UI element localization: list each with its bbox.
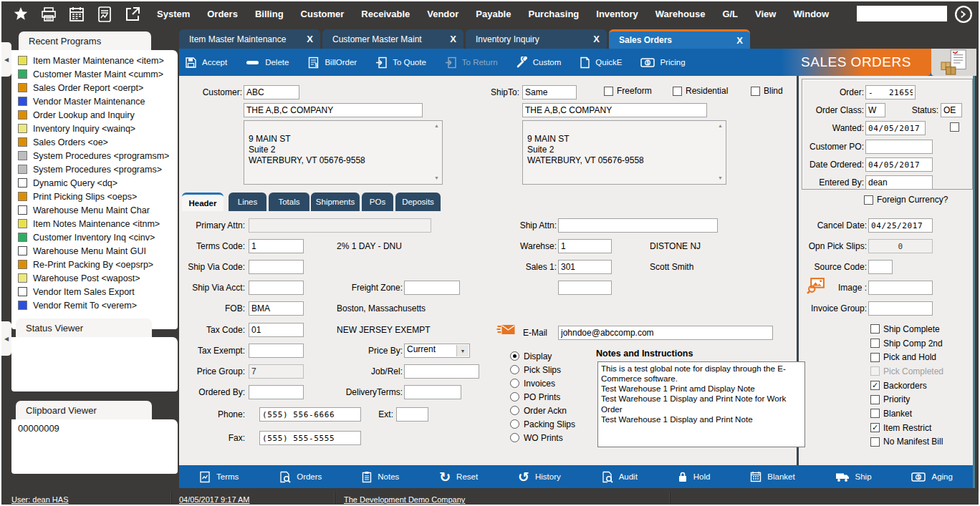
checkbox-item-restrict[interactable]: ✓Item Restrict bbox=[870, 421, 943, 435]
scroll-down-icon[interactable]: ▼ bbox=[434, 175, 439, 182]
sidebar-item-vendor-item-sales-export[interactable]: Vendor Item Sales Export bbox=[11, 285, 178, 298]
radio-packing-slips[interactable]: Packing Slips bbox=[510, 417, 575, 431]
menu-purchasing[interactable]: Purchasing bbox=[528, 9, 579, 19]
checkbox-ship-complete[interactable]: Ship Complete bbox=[870, 322, 943, 336]
residential-checkbox[interactable]: Residential bbox=[673, 86, 728, 96]
checkbox-blanket[interactable]: Blanket bbox=[870, 407, 943, 421]
menu-customer[interactable]: Customer bbox=[301, 9, 345, 19]
sidebar-item-re-print-packing-by[interactable]: Re-Print Packing By <oepsrp> bbox=[11, 258, 178, 271]
clipboard-viewer-header[interactable]: Clipboard Viewer bbox=[16, 401, 152, 419]
ordered-by-field[interactable] bbox=[249, 385, 304, 399]
checkbox-priority[interactable]: Priority bbox=[870, 392, 943, 407]
menu-window[interactable]: Window bbox=[793, 9, 829, 19]
shipto-code-field[interactable] bbox=[522, 85, 577, 99]
print-icon[interactable] bbox=[40, 6, 57, 23]
tab-shipments[interactable]: Shipments bbox=[311, 193, 360, 211]
tax-exempt-field[interactable] bbox=[249, 344, 304, 358]
order-class-field[interactable] bbox=[865, 103, 885, 117]
checkbox-pick-and-hold[interactable]: Pick and Hold bbox=[870, 350, 943, 364]
sidebar-item-print-picking-slips[interactable]: Print Picking Slips <oeps> bbox=[11, 190, 178, 203]
ship-via-acct-field[interactable] bbox=[249, 281, 304, 295]
price-group-field[interactable] bbox=[249, 364, 304, 379]
menu-view[interactable]: View bbox=[755, 9, 776, 19]
menu-orders[interactable]: Orders bbox=[207, 9, 238, 19]
sidebar-item-vendor-remit-to[interactable]: Vendor Remit To <verem> bbox=[11, 298, 178, 312]
email-field[interactable] bbox=[558, 326, 773, 340]
scroll-up-icon[interactable]: ▲ bbox=[718, 123, 723, 130]
menu-g-l[interactable]: G/L bbox=[722, 9, 738, 19]
menu-system[interactable]: System bbox=[157, 9, 190, 19]
order-status-field[interactable] bbox=[941, 103, 962, 117]
close-icon[interactable]: X bbox=[736, 35, 743, 46]
shipto-address-box[interactable]: 9 MAIN ST Suite 2 WATERBURY, VT 05676-95… bbox=[522, 120, 726, 185]
sidebar-item-warehouse-post[interactable]: Warehouse Post <wapost> bbox=[11, 271, 178, 285]
scroll-up-icon[interactable]: ▲ bbox=[434, 123, 439, 130]
sidebar-item-item-master-maintenance[interactable]: Item Master Maintenance <item> bbox=[11, 54, 178, 67]
collapse-status-button[interactable]: ◀ bbox=[1, 321, 11, 356]
go-circle-icon[interactable] bbox=[954, 5, 973, 24]
checkbox-ship-comp-2nd[interactable]: Ship Comp 2nd bbox=[870, 336, 943, 351]
terms-button[interactable]: Terms bbox=[199, 471, 239, 483]
pricing-button[interactable]: $Pricing bbox=[640, 57, 685, 68]
sales1-field[interactable] bbox=[558, 260, 612, 274]
checkbox-no-manifest-bill[interactable]: No Manifest Bill bbox=[870, 435, 943, 449]
delete-button[interactable]: Delete bbox=[246, 57, 289, 69]
tab-totals[interactable]: Totals bbox=[269, 193, 309, 211]
report-icon[interactable] bbox=[96, 6, 113, 23]
phone-field[interactable] bbox=[259, 407, 361, 422]
customer-address-box[interactable]: 9 MAIN ST Suite 2 WATERBURY, VT 05676-95… bbox=[244, 120, 443, 185]
audit-button[interactable]: Audit bbox=[601, 471, 638, 483]
menu-billing[interactable]: Billing bbox=[255, 9, 284, 19]
datetime-link[interactable]: 04/05/2017 9:17 AM bbox=[179, 495, 249, 504]
company-link[interactable]: The Development Demo Company bbox=[344, 495, 465, 504]
tab-pos[interactable]: POs bbox=[362, 193, 393, 211]
checkbox-backorders[interactable]: ✓Backorders bbox=[870, 379, 943, 393]
radio-po-prints[interactable]: PO Prints bbox=[510, 390, 575, 404]
sidebar-item-dynamic-query[interactable]: Dynamic Query <dq> bbox=[11, 176, 178, 190]
billorder-button[interactable]: $BillOrder bbox=[307, 57, 357, 69]
sidebar-item-warehouse-menu-maint-char[interactable]: Warehouse Menu Maint Char bbox=[11, 203, 178, 217]
freeform-checkbox[interactable]: Freeform bbox=[604, 86, 652, 96]
customer-name-field[interactable] bbox=[244, 103, 423, 117]
fob-field[interactable] bbox=[249, 301, 304, 316]
delivery-terms-field[interactable] bbox=[404, 385, 461, 399]
ship-attn-field[interactable] bbox=[558, 218, 718, 233]
freight-zone-field[interactable] bbox=[404, 281, 460, 295]
orders-button[interactable]: Orders bbox=[279, 471, 322, 483]
primary-attn-field[interactable] bbox=[249, 218, 431, 233]
date-ordered-field[interactable] bbox=[865, 157, 933, 172]
blind-checkbox[interactable]: Blind bbox=[751, 86, 783, 96]
close-icon[interactable]: X bbox=[593, 34, 600, 44]
tab-deposits[interactable]: Deposits bbox=[395, 193, 441, 211]
radio-wo-prints[interactable]: WO Prints bbox=[510, 431, 575, 444]
price-by-select[interactable]: Current ▼ bbox=[404, 344, 470, 358]
tab-sales-orders[interactable]: Sales OrdersX bbox=[609, 29, 750, 49]
entered-by-field[interactable] bbox=[865, 175, 933, 190]
collapse-recent-button[interactable]: ◀ bbox=[1, 42, 11, 77]
radio-invoices[interactable]: Invoices bbox=[510, 376, 575, 390]
menu-payable[interactable]: Payable bbox=[476, 9, 511, 19]
sidebar-item-inventory-inquiry[interactable]: Inventory Inquiry <wainq> bbox=[11, 122, 178, 135]
terms-code-field[interactable] bbox=[249, 239, 304, 253]
sidebar-item-sales-orders[interactable]: Sales Orders <oe> bbox=[11, 135, 178, 149]
order-number-field[interactable] bbox=[865, 85, 916, 99]
ext-field[interactable] bbox=[396, 407, 428, 422]
to-quote-button[interactable]: To Quote bbox=[375, 57, 426, 69]
tax-code-field[interactable] bbox=[249, 323, 304, 337]
chevron-down-icon[interactable]: ▼ bbox=[456, 345, 469, 356]
scroll-down-icon[interactable]: ▼ bbox=[718, 175, 723, 182]
radio-display[interactable]: Display bbox=[510, 349, 575, 363]
recent-programs-header[interactable]: Recent Programs bbox=[19, 31, 151, 50]
warehouse-field[interactable] bbox=[558, 239, 612, 253]
hold-button[interactable]: Hold bbox=[678, 471, 711, 483]
sidebar-item-sales-order-report[interactable]: Sales Order Report <oerpt> bbox=[11, 81, 178, 94]
fax-field[interactable] bbox=[259, 431, 361, 445]
menubar-search-input[interactable] bbox=[857, 6, 947, 21]
job-rel-field[interactable] bbox=[404, 364, 479, 379]
sidebar-item-item-notes-maintenance[interactable]: Item Notes Maintenance <itnm> bbox=[11, 217, 178, 230]
calendar-icon[interactable] bbox=[68, 6, 85, 23]
sidebar-item-system-procedures[interactable]: System Procedures <programsm> bbox=[11, 149, 178, 162]
favorites-star-icon[interactable] bbox=[12, 6, 29, 23]
radio-order-ackn[interactable]: Order Ackn bbox=[510, 404, 575, 417]
menu-receivable[interactable]: Receivable bbox=[361, 9, 410, 19]
